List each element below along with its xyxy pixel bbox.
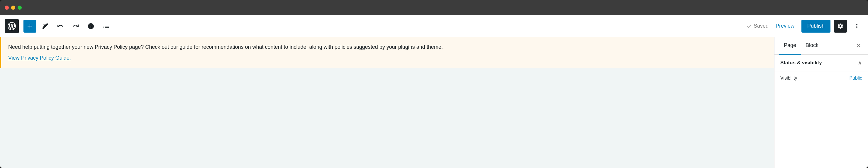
pencil-icon xyxy=(42,23,49,30)
tab-block[interactable]: Block xyxy=(801,37,823,55)
title-bar xyxy=(0,0,868,15)
preview-button[interactable]: Preview xyxy=(772,21,798,31)
tab-page[interactable]: Page xyxy=(779,37,801,55)
wordpress-logo[interactable] xyxy=(5,19,19,33)
info-button[interactable] xyxy=(85,20,97,33)
visibility-row: Visibility Public xyxy=(774,72,868,85)
notice-banner: Need help putting together your new Priv… xyxy=(0,37,774,68)
app-window: Saved Preview Publish xyxy=(0,0,868,168)
tools-button[interactable] xyxy=(39,20,52,33)
more-options-button[interactable] xyxy=(850,20,863,33)
content-pane: Need help putting together your new Priv… xyxy=(0,37,774,168)
notice-text: Need help putting together your new Priv… xyxy=(8,44,443,50)
redo-icon xyxy=(72,23,79,30)
info-icon xyxy=(87,23,94,30)
plus-icon xyxy=(26,23,33,30)
gear-icon xyxy=(837,23,844,29)
undo-icon xyxy=(57,23,64,30)
check-icon xyxy=(746,23,752,29)
traffic-lights xyxy=(5,6,22,10)
more-vertical-icon xyxy=(854,23,860,29)
main-area: Need help putting together your new Priv… xyxy=(0,37,868,168)
saved-text: Saved xyxy=(754,23,769,29)
status-visibility-header[interactable]: Status & visibility ∧ xyxy=(774,55,868,72)
undo-button[interactable] xyxy=(54,20,67,33)
status-visibility-title: Status & visibility xyxy=(780,60,822,66)
wp-logo-icon xyxy=(8,22,16,30)
collapse-icon: ∧ xyxy=(858,59,862,66)
minimize-button[interactable] xyxy=(11,6,15,10)
list-view-button[interactable] xyxy=(100,20,113,33)
visibility-value[interactable]: Public xyxy=(849,76,862,81)
add-block-button[interactable] xyxy=(24,20,36,33)
publish-button[interactable]: Publish xyxy=(801,20,831,33)
list-view-icon xyxy=(103,23,110,30)
editor-content-area[interactable] xyxy=(0,68,774,168)
close-button[interactable] xyxy=(5,6,9,10)
settings-button[interactable] xyxy=(834,20,847,33)
redo-button[interactable] xyxy=(69,20,82,33)
sidebar: Page Block ✕ Status & visibility ∧ Visib… xyxy=(774,37,868,168)
status-visibility-section: Status & visibility ∧ Visibility Public xyxy=(774,55,868,85)
toolbar: Saved Preview Publish xyxy=(0,15,868,37)
saved-indicator: Saved xyxy=(746,23,769,29)
editor: Saved Preview Publish xyxy=(0,15,868,168)
maximize-button[interactable] xyxy=(18,6,22,10)
sidebar-close-button[interactable]: ✕ xyxy=(854,41,863,51)
toolbar-right: Saved Preview Publish xyxy=(746,20,863,33)
notice-link[interactable]: View Privacy Policy Guide. xyxy=(8,54,71,62)
visibility-label: Visibility xyxy=(780,76,797,81)
sidebar-tabs: Page Block ✕ xyxy=(774,37,868,55)
